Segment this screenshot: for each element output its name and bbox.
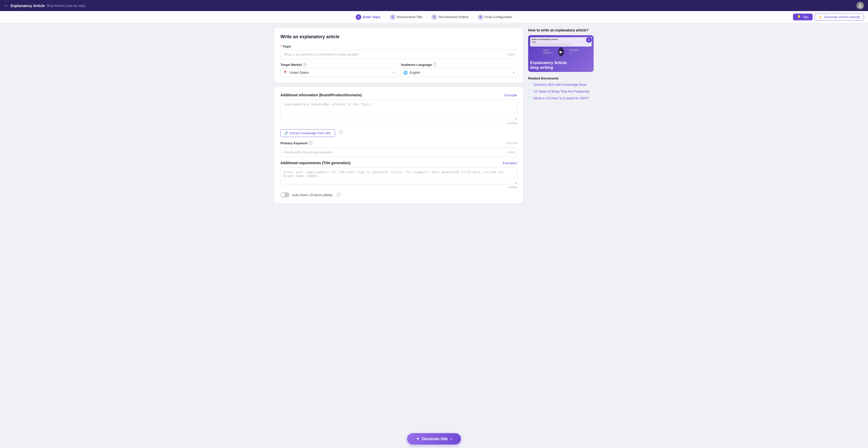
lsi-help-icon[interactable]: ? <box>336 193 341 197</box>
lsi-label: Auto insert LSI terms (Beta) <box>292 193 332 197</box>
audience-language-info-icon[interactable]: ? <box>433 63 437 67</box>
main-layout: Write an explanatory article * Topic 0/1… <box>270 23 598 208</box>
step-4[interactable]: 4 Final Configuration <box>475 13 515 21</box>
stepbar-actions: 💡 Tips ⚡ Generate articles directly <box>793 13 864 21</box>
requirements-textarea[interactable] <box>280 167 517 184</box>
requirements-group: Additional requirements (Title generatio… <box>280 161 517 189</box>
lsi-toggle[interactable] <box>280 192 289 197</box>
video-thumbnail[interactable]: Write an explanatory article Topic What … <box>528 35 594 72</box>
target-market-field: Target Market ? 📍 United States ▾ <box>280 63 397 77</box>
primary-keyword-info-icon[interactable]: ? <box>308 141 312 145</box>
location-icon: 📍 <box>283 71 287 75</box>
step-3-num: 3 <box>432 14 437 20</box>
optional-label: Optional <box>506 141 517 145</box>
right-sidebar: How to write an explanatory article? Wri… <box>528 28 594 203</box>
related-doc-3[interactable]: 📄 What is LSI Key? Is it useful for SEO? <box>528 96 594 101</box>
topic-card: Write an explanatory article * Topic 0/1… <box>274 28 523 83</box>
topbar: ← Explanatory Article Blog Wizard (step … <box>0 0 868 11</box>
step-1-label: Enter Topic <box>363 15 381 19</box>
how-to-heading: How to write an explanatory article? <box>528 28 594 32</box>
topic-input[interactable] <box>280 50 517 59</box>
target-market-info-icon[interactable]: ? <box>303 63 307 67</box>
arrow-icon: › <box>451 436 452 442</box>
additional-info-label: Additional information (Brand/Product/Sc… <box>280 93 362 97</box>
flash-icon: ⚡ <box>818 15 823 19</box>
market-language-row: Target Market ? 📍 United States ▾ Audien… <box>280 63 517 77</box>
info-circle-icon[interactable]: i <box>586 37 592 43</box>
related-docs-heading: Related Documents <box>528 76 594 80</box>
audience-language-select[interactable]: English <box>401 68 517 77</box>
generate-direct-button[interactable]: ⚡ Generate articles directly <box>815 13 864 21</box>
step-3[interactable]: 3 Recommend Outline <box>429 13 471 21</box>
step-4-label: Final Configuration <box>485 15 512 19</box>
topic-char-count: 0/150 <box>507 53 515 56</box>
doc-link-3: What is LSI Key? Is it useful for SEO? <box>534 96 589 101</box>
step-4-num: 4 <box>478 14 483 20</box>
step-bar: 1 Enter Topic › 2 Recommend Title › 3 Re… <box>0 11 868 23</box>
video-play-icon[interactable]: ▶ <box>558 47 564 56</box>
extract-url-button[interactable]: 🔗 Extract knowledge from URL <box>280 129 335 137</box>
doc-link-2: 10 Types of Blogs That Are Frequently <box>534 90 589 94</box>
additional-card: Additional information (Brand/Product/Sc… <box>274 87 523 203</box>
video-overlay-text: Explanatory Article blog writing <box>530 60 592 70</box>
step-2[interactable]: 2 Recommend Title <box>388 13 425 21</box>
video-title-overlay: Write an explanatory article Topic What … <box>530 37 592 46</box>
audience-language-field: Audience Language ? 🌐 English ▾ <box>401 63 517 77</box>
svg-point-0 <box>859 4 861 6</box>
additional-info-textarea[interactable] <box>280 100 517 120</box>
page-title: Explanatory Article <box>10 3 45 8</box>
link-icon: 🔗 <box>284 131 288 135</box>
language-icon: 🌐 <box>403 71 408 75</box>
generate-title-button[interactable]: ✦ Generate title › <box>407 433 461 445</box>
doc-link-1: Enhance SEO with Knowledge Base <box>534 83 587 87</box>
requirements-examples-link[interactable]: Examples <box>503 161 517 165</box>
lightbulb-icon: 💡 <box>797 15 801 19</box>
step-1[interactable]: 1 Enter Topic <box>353 13 383 21</box>
bottom-bar: ✦ Generate title › <box>0 429 868 448</box>
topic-label: * Topic <box>280 44 517 48</box>
related-doc-1[interactable]: 📄 Enhance SEO with Knowledge Base <box>528 83 594 87</box>
step-2-num: 2 <box>390 14 396 20</box>
generate-title-label: Generate title <box>422 437 447 441</box>
primary-keyword-group: Primary Keyword ? Optional 0/100 <box>280 141 517 157</box>
page-subtitle: Blog Wizard (step by step) <box>47 4 85 7</box>
doc-icon-2: 📄 <box>528 90 532 94</box>
step-2-label: Recommend Title <box>397 15 423 19</box>
doc-icon-1: 📄 <box>528 83 532 87</box>
topic-field-group: * Topic 0/150 <box>280 44 517 59</box>
tips-button[interactable]: 💡 Tips <box>793 13 813 20</box>
example-link[interactable]: Example <box>504 93 517 97</box>
related-doc-2[interactable]: 📄 10 Types of Blogs That Are Frequently <box>528 90 594 94</box>
requirements-label: Additional requirements (Title generatio… <box>280 161 350 165</box>
sparkle-icon: ✦ <box>416 437 420 441</box>
avatar[interactable] <box>857 2 864 9</box>
target-market-select[interactable]: United States <box>280 68 397 77</box>
primary-keyword-input[interactable] <box>280 147 517 157</box>
center-content: Write an explanatory article * Topic 0/1… <box>274 28 523 203</box>
additional-info-group: Additional information (Brand/Product/Sc… <box>280 93 517 137</box>
doc-icon-3: 📄 <box>528 97 532 100</box>
lsi-toggle-row: Auto insert LSI terms (Beta) ? <box>280 192 517 197</box>
back-button[interactable]: ← <box>4 3 8 8</box>
requirements-char-count: 0/3000 <box>280 186 517 189</box>
extract-url-help-icon[interactable]: ? <box>339 130 343 134</box>
additional-info-char-count: 0/10000 <box>280 122 517 125</box>
step-3-label: Recommend Outline <box>438 15 468 19</box>
step-1-num: 1 <box>356 14 361 20</box>
primary-keyword-char-count: 0/100 <box>507 151 515 154</box>
card-title: Write an explanatory article <box>280 34 517 39</box>
